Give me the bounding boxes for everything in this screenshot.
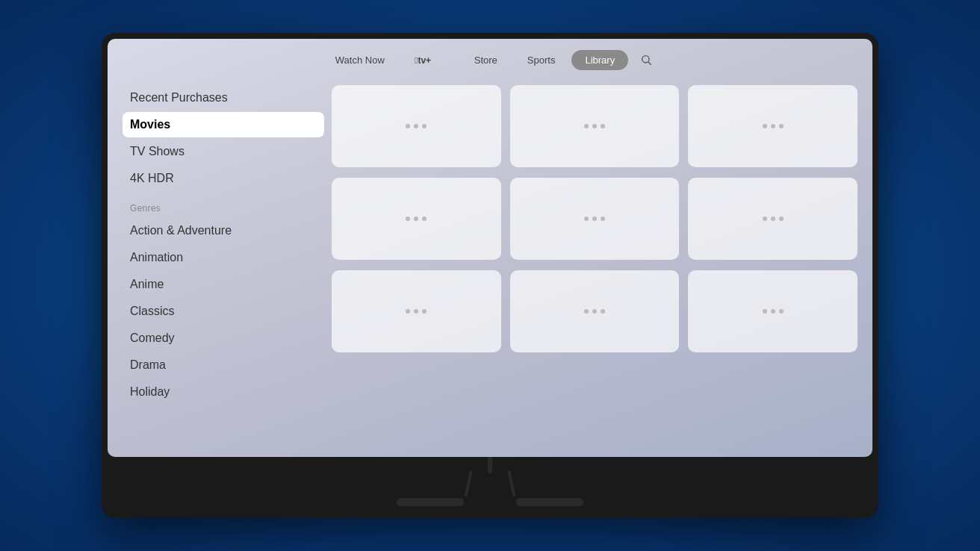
nav-item-watch-now[interactable]: Watch Now [322,50,398,70]
loading-dots [584,124,605,128]
content-card[interactable] [688,270,858,352]
sidebar-item-tv-shows[interactable]: TV Shows [122,139,324,164]
content-row-3 [332,270,858,352]
loading-dots [406,124,427,128]
nav-item-library[interactable]: Library [571,50,628,70]
content-card[interactable] [510,85,680,167]
sidebar-item-comedy[interactable]: Comedy [122,326,324,351]
tv-screen: Watch Now tv+ Store Sports Library [108,39,872,457]
svg-text:tv+: tv+ [415,55,431,66]
sidebar: Recent Purchases Movies TV Shows 4K HDR … [108,78,324,457]
content-row-2 [332,178,858,260]
sidebar-item-classics[interactable]: Classics [122,299,324,324]
loading-dots [763,217,784,221]
sidebar-item-action-adventure[interactable]: Action & Adventure [122,218,324,243]
loading-dots [406,309,427,314]
content-card[interactable] [332,270,501,352]
tv-body: Watch Now tv+ Store Sports Library [102,33,878,518]
main-content: Recent Purchases Movies TV Shows 4K HDR … [108,78,872,457]
svg-line-2 [648,62,651,65]
nav-item-store[interactable]: Store [461,50,511,70]
nav-bar: Watch Now tv+ Store Sports Library [108,39,872,78]
content-card[interactable] [688,178,858,260]
loading-dots [584,309,605,314]
genres-section-label: Genres [122,193,324,218]
content-row-1 [332,85,858,167]
loading-dots [763,124,784,128]
tv-stand [108,457,872,517]
sidebar-item-anime[interactable]: Anime [122,272,324,297]
sidebar-item-movies[interactable]: Movies [122,112,324,137]
search-button[interactable] [634,48,658,72]
loading-dots [406,217,427,221]
sidebar-item-4k-hdr[interactable]: 4K HDR [122,166,324,191]
nav-item-sports[interactable]: Sports [514,50,569,70]
sidebar-item-drama[interactable]: Drama [122,352,324,378]
content-card[interactable] [332,178,501,260]
loading-dots [763,309,784,314]
content-card[interactable] [510,270,680,352]
content-card[interactable] [332,85,501,167]
nav-item-apple-tv-plus[interactable]: tv+ [401,49,458,71]
sidebar-item-holiday[interactable]: Holiday [122,379,324,405]
content-area [324,78,872,457]
content-card[interactable] [510,178,680,260]
sidebar-item-recent-purchases[interactable]: Recent Purchases [122,85,324,110]
svg-point-1 [642,56,649,63]
sidebar-item-animation[interactable]: Animation [122,245,324,270]
loading-dots [584,217,605,221]
content-card[interactable] [688,85,858,167]
